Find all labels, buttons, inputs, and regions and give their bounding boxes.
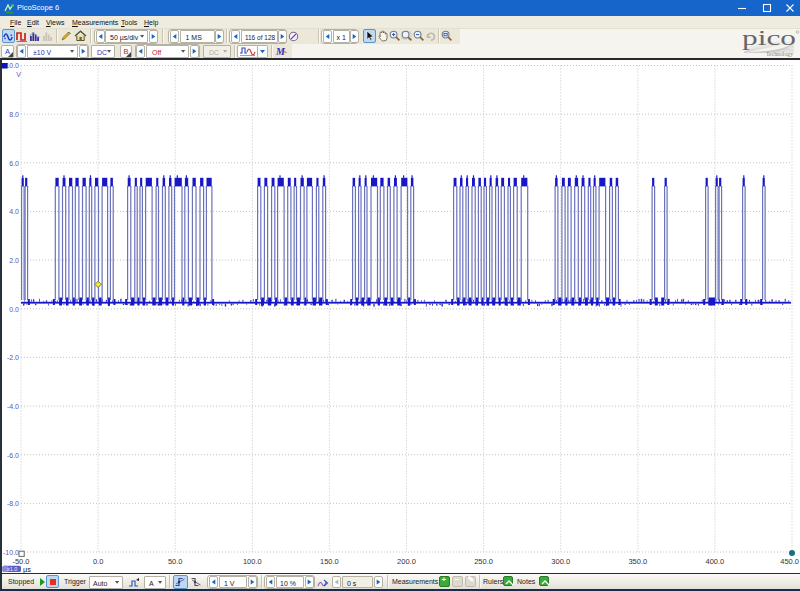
svg-text:350.0: 350.0	[628, 557, 647, 566]
svg-text:450.0: 450.0	[780, 557, 799, 566]
svg-text:-10.0: -10.0	[3, 549, 19, 556]
svg-text:V: V	[16, 71, 21, 78]
svg-text:-6.0: -6.0	[7, 452, 19, 459]
svg-text:µs: µs	[23, 565, 31, 573]
svg-text:50.0: 50.0	[168, 557, 183, 566]
svg-text:4.0: 4.0	[9, 208, 19, 215]
svg-text:100.0: 100.0	[243, 557, 262, 566]
svg-text:400.0: 400.0	[706, 557, 725, 566]
svg-text:-4.0: -4.0	[7, 403, 19, 410]
svg-text:2.0: 2.0	[9, 257, 19, 264]
svg-text:M: M	[275, 46, 286, 57]
svg-text:-8.0: -8.0	[7, 500, 19, 507]
svg-text:x1.0: x1.0	[7, 566, 17, 572]
svg-text:200.0: 200.0	[397, 557, 416, 566]
svg-text:8.0: 8.0	[9, 111, 19, 118]
svg-text:150.0: 150.0	[320, 557, 339, 566]
svg-text:Technology: Technology	[766, 50, 793, 58]
svg-text:0.0: 0.0	[9, 306, 19, 313]
svg-text:-2.0: -2.0	[7, 354, 19, 361]
svg-text:0.0: 0.0	[93, 557, 103, 566]
svg-text:pico: pico	[742, 27, 796, 50]
svg-text:250.0: 250.0	[474, 557, 493, 566]
svg-text:300.0: 300.0	[551, 557, 570, 566]
svg-text:6.0: 6.0	[9, 160, 19, 167]
